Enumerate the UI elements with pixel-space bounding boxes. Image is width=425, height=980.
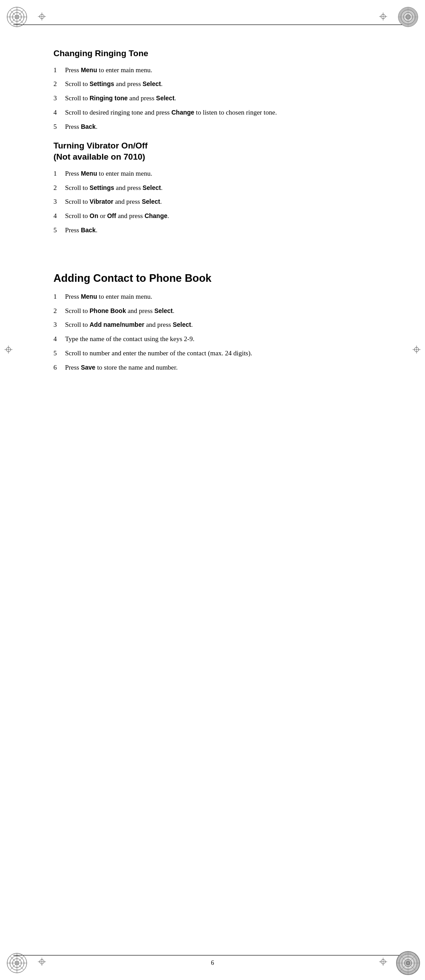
section-spacer bbox=[53, 244, 372, 258]
step-number: 5 bbox=[53, 349, 63, 358]
step-text: Press Menu to enter main menu. bbox=[65, 66, 372, 75]
main-content: Changing Ringing Tone 1 Press Menu to en… bbox=[53, 31, 372, 949]
step-number: 2 bbox=[53, 79, 63, 89]
keyword-add-name-number: Add name/number bbox=[90, 321, 144, 328]
ringing-tone-steps: 1 Press Menu to enter main menu. 2 Scrol… bbox=[53, 66, 372, 132]
crosshair-top-right bbox=[379, 12, 387, 22]
keyword-select: Select bbox=[154, 307, 172, 314]
corner-decoration-bl bbox=[4, 950, 30, 976]
step-number: 2 bbox=[53, 306, 63, 316]
keyword-select: Select bbox=[143, 80, 161, 87]
keyword-menu: Menu bbox=[81, 170, 97, 177]
section-heading-vibrator: Turning Vibrator On/Off(Not available on… bbox=[53, 140, 372, 162]
list-item: 2 Scroll to Phone Book and press Select. bbox=[53, 306, 372, 316]
step-text: Scroll to On or Off and press Change. bbox=[65, 211, 372, 221]
list-item: 4 Scroll to On or Off and press Change. bbox=[53, 211, 372, 221]
step-text: Press Menu to enter main menu. bbox=[65, 169, 372, 179]
step-text: Scroll to Ringing tone and press Select. bbox=[65, 94, 372, 103]
list-item: 4 Type the name of the contact using the… bbox=[53, 334, 372, 344]
crosshair-mid-left bbox=[4, 346, 12, 355]
keyword-menu: Menu bbox=[81, 66, 97, 74]
step-text: Press Save to store the name and number. bbox=[65, 363, 372, 373]
step-text: Press Back. bbox=[65, 226, 372, 235]
step-text: Scroll to Phone Book and press Select. bbox=[65, 306, 372, 316]
step-number: 3 bbox=[53, 94, 63, 103]
step-text: Scroll to Settings and press Select. bbox=[65, 183, 372, 193]
list-item: 4 Scroll to desired ringing tone and pre… bbox=[53, 108, 372, 118]
keyword-on: On bbox=[90, 212, 98, 219]
step-text: Type the name of the contact using the k… bbox=[65, 334, 372, 344]
keyword-select: Select bbox=[173, 321, 191, 328]
list-item: 2 Scroll to Settings and press Select. bbox=[53, 79, 372, 89]
list-item: 2 Scroll to Settings and press Select. bbox=[53, 183, 372, 193]
keyword-select: Select bbox=[156, 95, 174, 102]
step-number: 6 bbox=[53, 363, 63, 373]
step-text: Scroll to Settings and press Select. bbox=[65, 79, 372, 89]
step-text: Press Back. bbox=[65, 122, 372, 132]
step-number: 1 bbox=[53, 292, 63, 302]
list-item: 1 Press Menu to enter main menu. bbox=[53, 66, 372, 75]
keyword-ringing-tone: Ringing tone bbox=[90, 95, 128, 102]
step-number: 3 bbox=[53, 320, 63, 330]
corner-decoration-br bbox=[395, 950, 421, 976]
keyword-menu: Menu bbox=[81, 293, 97, 300]
step-number: 4 bbox=[53, 334, 63, 344]
list-item: 1 Press Menu to enter main menu. bbox=[53, 169, 372, 179]
list-item: 5 Scroll to number and enter the number … bbox=[53, 349, 372, 358]
step-number: 5 bbox=[53, 122, 63, 132]
crosshair-bottom-right bbox=[379, 958, 387, 968]
step-text: Scroll to Add name/number and press Sele… bbox=[65, 320, 372, 330]
keyword-off: Off bbox=[107, 212, 116, 219]
list-item: 1 Press Menu to enter main menu. bbox=[53, 292, 372, 302]
page: Changing Ringing Tone 1 Press Menu to en… bbox=[0, 0, 425, 980]
list-item: 3 Scroll to Add name/number and press Se… bbox=[53, 320, 372, 330]
keyword-change: Change bbox=[144, 212, 167, 219]
keyword-change: Change bbox=[172, 109, 194, 116]
keyword-phone-book: Phone Book bbox=[90, 307, 126, 314]
phone-book-steps: 1 Press Menu to enter main menu. 2 Scrol… bbox=[53, 292, 372, 373]
list-item: 5 Press Back. bbox=[53, 226, 372, 235]
step-text: Scroll to desired ringing tone and press… bbox=[65, 108, 372, 118]
page-number: 6 bbox=[211, 959, 214, 967]
crosshair-bottom-left bbox=[38, 958, 46, 968]
step-number: 4 bbox=[53, 108, 63, 118]
keyword-back: Back bbox=[81, 226, 95, 234]
step-number: 1 bbox=[53, 169, 63, 179]
list-item: 3 Scroll to Ringing tone and press Selec… bbox=[53, 94, 372, 103]
section-heading-phone-book: Adding Contact to Phone Book bbox=[53, 271, 372, 285]
step-number: 2 bbox=[53, 183, 63, 193]
keyword-settings: Settings bbox=[90, 80, 114, 87]
keyword-select: Select bbox=[143, 184, 161, 191]
step-number: 1 bbox=[53, 66, 63, 75]
step-number: 5 bbox=[53, 226, 63, 235]
crosshair-top-left bbox=[38, 12, 46, 22]
keyword-vibrator: Vibrator bbox=[90, 198, 113, 205]
keyword-settings: Settings bbox=[90, 184, 114, 191]
vibrator-steps: 1 Press Menu to enter main menu. 2 Scrol… bbox=[53, 169, 372, 235]
keyword-select: Select bbox=[142, 198, 160, 205]
section-heading-ringing-tone: Changing Ringing Tone bbox=[53, 48, 372, 59]
keyword-back: Back bbox=[81, 123, 95, 130]
keyword-save: Save bbox=[81, 364, 95, 371]
list-item: 3 Scroll to Vibrator and press Select. bbox=[53, 197, 372, 207]
list-item: 5 Press Back. bbox=[53, 122, 372, 132]
border-top bbox=[13, 25, 412, 25]
crosshair-mid-right bbox=[413, 346, 421, 355]
border-bottom bbox=[13, 955, 412, 955]
list-item: 6 Press Save to store the name and numbe… bbox=[53, 363, 372, 373]
step-number: 3 bbox=[53, 197, 63, 207]
corner-decoration-tr bbox=[395, 4, 421, 30]
corner-decoration-tl bbox=[4, 4, 30, 30]
step-text: Scroll to Vibrator and press Select. bbox=[65, 197, 372, 207]
step-number: 4 bbox=[53, 211, 63, 221]
step-text: Scroll to number and enter the number of… bbox=[65, 349, 372, 358]
step-text: Press Menu to enter main menu. bbox=[65, 292, 372, 302]
